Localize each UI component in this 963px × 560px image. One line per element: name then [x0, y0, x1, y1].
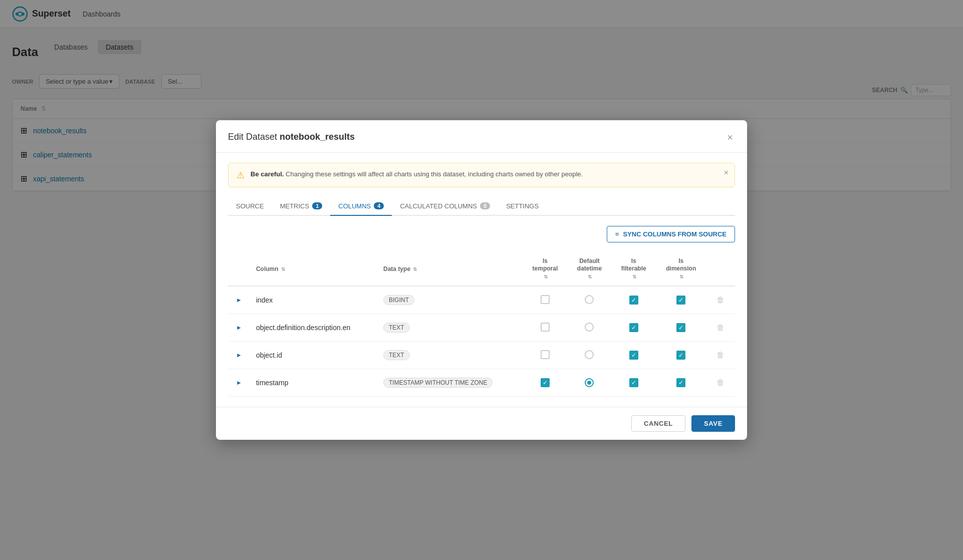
data-type-cell: BIGINT: [377, 286, 523, 314]
tab-columns[interactable]: COLUMNS 4: [330, 197, 392, 216]
is-temporal-cell: [523, 314, 567, 342]
sort-icon: ⇅: [544, 274, 548, 279]
column-name-cell: object.id: [250, 342, 377, 369]
sort-icon: ⇅: [413, 266, 417, 272]
is-filterable-checkbox[interactable]: ✓: [629, 296, 638, 305]
modal-close-button[interactable]: ×: [725, 130, 735, 144]
sort-icon: ⇅: [679, 274, 683, 279]
is-temporal-checkbox[interactable]: ✓: [541, 378, 550, 387]
is-temporal-cell: [523, 286, 567, 314]
is-temporal-header: Istemporal⇅: [523, 252, 567, 287]
default-datetime-radio[interactable]: [585, 350, 594, 359]
is-dimension-checkbox[interactable]: ✓: [676, 351, 685, 360]
expand-button[interactable]: ►: [234, 378, 244, 387]
is-temporal-checkbox[interactable]: [541, 350, 550, 359]
delete-cell: 🗑: [706, 342, 736, 369]
expand-cell: ►: [228, 369, 250, 397]
sort-icon: ⇅: [588, 274, 592, 279]
is-dimension-cell: ✓: [656, 314, 706, 342]
modal-title: Edit Dataset notebook_results: [228, 132, 355, 142]
expand-button[interactable]: ►: [234, 351, 244, 360]
is-filterable-cell: ✓: [611, 342, 656, 369]
default-datetime-cell: [568, 342, 612, 369]
delete-cell: 🗑: [706, 369, 736, 397]
is-dimension-cell: ✓: [656, 286, 706, 314]
columns-badge: 4: [374, 202, 384, 209]
default-datetime-cell: [568, 286, 612, 314]
tab-metrics[interactable]: METRICS 1: [272, 197, 331, 216]
is-temporal-cell: [523, 342, 567, 369]
is-filterable-checkbox[interactable]: ✓: [629, 351, 638, 360]
actions-header: [706, 252, 736, 287]
column-name-header: Column ⇅: [250, 252, 377, 287]
is-dimension-checkbox[interactable]: ✓: [676, 296, 685, 305]
is-temporal-checkbox[interactable]: [541, 323, 550, 332]
delete-row-button[interactable]: 🗑: [714, 321, 727, 334]
modal-tabs: SOURCE METRICS 1 COLUMNS 4 CALCULATED CO…: [228, 197, 735, 216]
expand-cell: ►: [228, 342, 250, 369]
expand-cell: ►: [228, 286, 250, 314]
sync-btn-row: ≡ SYNC COLUMNS FROM SOURCE: [228, 226, 735, 242]
cancel-button[interactable]: CANCEL: [631, 415, 685, 432]
alert-text: Be careful. Changing these settings will…: [251, 169, 583, 179]
delete-cell: 🗑: [706, 314, 736, 342]
edit-dataset-modal: Edit Dataset notebook_results × ⚠ Be car…: [216, 120, 747, 440]
save-button[interactable]: SAVE: [691, 415, 735, 432]
tab-settings[interactable]: SETTINGS: [498, 197, 547, 216]
table-row: ►indexBIGINT✓✓🗑: [228, 286, 735, 314]
default-datetime-radio[interactable]: [585, 295, 594, 304]
is-temporal-cell: ✓: [523, 369, 567, 397]
expand-button[interactable]: ►: [234, 296, 244, 305]
columns-content: ≡ SYNC COLUMNS FROM SOURCE Column ⇅: [228, 216, 735, 397]
table-row: ►timestampTIMESTAMP WITHOUT TIME ZONE✓✓✓…: [228, 369, 735, 397]
is-dimension-header: Isdimension⇅: [656, 252, 706, 287]
is-filterable-cell: ✓: [611, 314, 656, 342]
modal-overlay: Edit Dataset notebook_results × ⚠ Be car…: [0, 0, 963, 560]
expand-col-header: [228, 252, 250, 287]
default-datetime-radio[interactable]: [585, 378, 594, 387]
is-filterable-header: Isfilterable⇅: [611, 252, 656, 287]
modal-header: Edit Dataset notebook_results ×: [216, 120, 747, 153]
table-row: ►object.definition.description.enTEXT✓✓🗑: [228, 314, 735, 342]
default-datetime-cell: [568, 369, 612, 397]
modal-body: ⚠ Be careful. Changing these settings wi…: [216, 153, 747, 407]
is-filterable-checkbox[interactable]: ✓: [629, 323, 638, 332]
is-temporal-checkbox[interactable]: [541, 295, 550, 304]
sort-icon: ⇅: [632, 274, 636, 279]
default-datetime-radio[interactable]: [585, 323, 594, 332]
sync-icon: ≡: [615, 230, 619, 238]
delete-row-button[interactable]: 🗑: [714, 349, 727, 362]
is-dimension-checkbox[interactable]: ✓: [676, 378, 685, 387]
metrics-badge: 1: [312, 202, 322, 209]
is-filterable-cell: ✓: [611, 369, 656, 397]
data-type-header: Data type ⇅: [377, 252, 523, 287]
is-dimension-checkbox[interactable]: ✓: [676, 323, 685, 332]
warning-icon: ⚠: [236, 170, 245, 181]
table-header-row: Column ⇅ Data type ⇅ Istemporal⇅: [228, 252, 735, 287]
table-row: ►object.idTEXT✓✓🗑: [228, 342, 735, 369]
sync-columns-button[interactable]: ≡ SYNC COLUMNS FROM SOURCE: [607, 226, 735, 242]
alert-close-button[interactable]: ×: [724, 168, 729, 177]
data-type-cell: TEXT: [377, 342, 523, 369]
data-type-cell: TIMESTAMP WITHOUT TIME ZONE: [377, 369, 523, 397]
columns-table: Column ⇅ Data type ⇅ Istemporal⇅: [228, 252, 735, 397]
tab-calculated-columns[interactable]: CALCULATED COLUMNS 0: [392, 197, 498, 216]
is-dimension-cell: ✓: [656, 369, 706, 397]
data-type-cell: TEXT: [377, 314, 523, 342]
default-datetime-cell: [568, 314, 612, 342]
delete-row-button[interactable]: 🗑: [714, 294, 727, 307]
calculated-columns-badge: 0: [480, 202, 490, 209]
column-name-cell: object.definition.description.en: [250, 314, 377, 342]
delete-row-button[interactable]: 🗑: [714, 376, 727, 389]
expand-button[interactable]: ►: [234, 323, 244, 332]
is-dimension-cell: ✓: [656, 342, 706, 369]
expand-cell: ►: [228, 314, 250, 342]
tab-source[interactable]: SOURCE: [228, 197, 272, 216]
sort-icon: ⇅: [281, 266, 285, 272]
is-filterable-checkbox[interactable]: ✓: [629, 378, 638, 387]
modal-footer: CANCEL SAVE: [216, 407, 747, 440]
delete-cell: 🗑: [706, 286, 736, 314]
warning-alert: ⚠ Be careful. Changing these settings wi…: [228, 163, 735, 187]
column-name-cell: timestamp: [250, 369, 377, 397]
is-filterable-cell: ✓: [611, 286, 656, 314]
